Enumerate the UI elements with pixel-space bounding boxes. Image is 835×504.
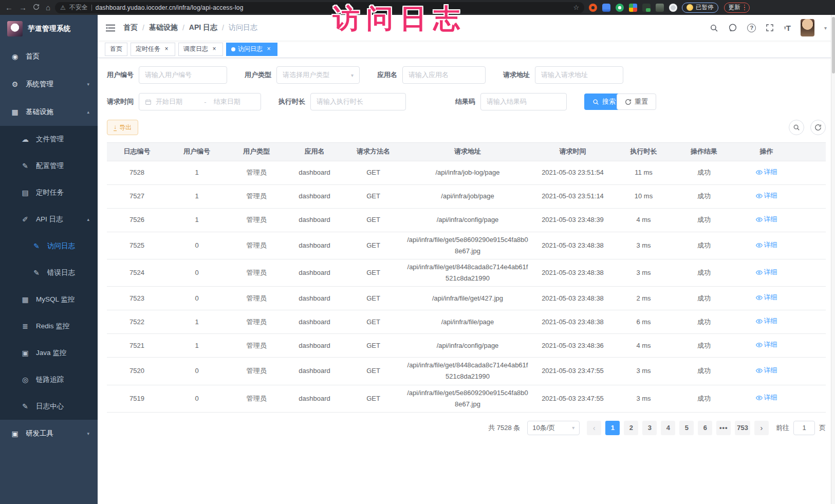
fullscreen-icon[interactable]	[766, 24, 774, 32]
chevron-down-icon[interactable]: ▾	[824, 25, 827, 31]
reset-button[interactable]: 重置	[617, 94, 656, 110]
sidebar-item[interactable]: ⚙系统管理▾	[0, 70, 98, 98]
range-separator: -	[204, 98, 206, 106]
extension-icon[interactable]	[642, 4, 651, 12]
sidebar-item[interactable]: ▣研发工具▾	[0, 420, 98, 447]
user-type-label: 用户类型	[245, 70, 271, 80]
tab[interactable]: 调度日志×	[178, 43, 223, 56]
sidebar-toggle-icon[interactable]	[106, 24, 115, 32]
sidebar-item[interactable]: ✎配置管理	[0, 153, 98, 179]
column-header: 应用名	[286, 144, 343, 159]
breadcrumb-item[interactable]: API 日志	[189, 23, 217, 32]
extension-icon[interactable]	[629, 4, 637, 12]
more-pages-button[interactable]: •••	[716, 421, 731, 435]
total-count: 共 7528 条	[488, 423, 520, 433]
page-button[interactable]: 3	[642, 421, 657, 435]
font-size-icon[interactable]: тT	[784, 24, 791, 32]
page-jump-input[interactable]: 1	[793, 421, 815, 435]
detail-link[interactable]: 详细	[756, 339, 777, 350]
browser-back-icon[interactable]: ←	[5, 3, 13, 12]
extension-icon[interactable]	[616, 4, 624, 12]
sidebar-item[interactable]: ▦MySQL 监控	[0, 286, 98, 313]
next-page-button[interactable]: ›	[754, 421, 769, 435]
sidebar-item[interactable]: ▤定时任务	[0, 179, 98, 206]
page-button[interactable]: 5	[679, 421, 694, 435]
scrollbar-thumb[interactable]	[832, 17, 835, 73]
url-text[interactable]: dashboard.yudao.iocoder.cn/infra/log/api…	[96, 4, 570, 11]
extension-icon[interactable]	[589, 4, 597, 12]
extension-icon[interactable]	[656, 4, 664, 12]
close-icon[interactable]: ×	[211, 46, 218, 53]
browser-home-icon[interactable]: ⌂	[46, 3, 50, 12]
extension-icon[interactable]	[669, 4, 677, 12]
duration-input[interactable]: 请输入执行时长	[310, 93, 406, 110]
refresh-button[interactable]	[810, 120, 826, 135]
tab[interactable]: 定时任务×	[131, 43, 175, 56]
page-button[interactable]: 753	[735, 421, 750, 435]
file-manage-icon: ☁	[21, 135, 30, 143]
breadcrumb-item[interactable]: 基础设施	[149, 23, 178, 32]
window-scrollbar[interactable]	[831, 15, 835, 504]
detail-link[interactable]: 详细	[756, 292, 777, 303]
cell-id: 7524	[107, 265, 167, 281]
tab[interactable]: 访问日志×	[226, 43, 277, 56]
sidebar-item[interactable]: ◎链路追踪	[0, 366, 98, 393]
tab[interactable]: 首页	[105, 43, 127, 56]
cell-time: 2021-05-03 23:48:39	[531, 212, 614, 228]
sidebar-item[interactable]: ▣Java 监控	[0, 340, 98, 366]
cell-url: /api/infra/file/get/427.jpg	[404, 291, 531, 306]
page-button[interactable]: 1	[605, 421, 620, 435]
sidebar-item[interactable]: ✐API 日志▴	[0, 206, 98, 233]
profile-paused-badge[interactable]: 已暂停	[682, 3, 718, 13]
result-code-input[interactable]: 请输入结果码	[480, 93, 567, 110]
app-logo[interactable]: 芋道管理系统	[0, 15, 98, 43]
browser-update-button[interactable]: 更新	[724, 3, 750, 13]
browser-reload-icon[interactable]	[33, 3, 40, 12]
page-button[interactable]: 4	[661, 421, 675, 435]
user-id-input[interactable]: 请输入用户编号	[139, 66, 227, 84]
close-icon[interactable]: ×	[163, 46, 170, 53]
close-icon[interactable]: ×	[265, 46, 272, 53]
cell-id: 7526	[107, 212, 167, 228]
sidebar-item[interactable]: ≣Redis 监控	[0, 313, 98, 340]
page-size-select[interactable]: 10条/页 ▾	[527, 421, 580, 435]
breadcrumb-item[interactable]: 首页	[123, 23, 138, 32]
column-header: 用户类型	[227, 144, 286, 159]
user-type-select[interactable]: 请选择用户类型▾	[276, 66, 360, 84]
cell-actions: 详细	[735, 212, 798, 229]
help-icon[interactable]: ?	[747, 24, 756, 32]
search-icon[interactable]	[710, 24, 718, 32]
table-row: 75200管理员dashboardGET/api/infra/file/get/…	[107, 358, 826, 385]
detail-link[interactable]: 详细	[756, 190, 777, 201]
sidebar-item[interactable]: ☁文件管理	[0, 126, 98, 153]
detail-link[interactable]: 详细	[756, 365, 777, 376]
sidebar-item[interactable]: ✎访问日志	[0, 233, 98, 259]
sidebar-item[interactable]: ✎日志中心	[0, 393, 98, 420]
browser-menu-icon[interactable]	[744, 5, 746, 11]
detail-link[interactable]: 详细	[756, 214, 777, 225]
toggle-search-button[interactable]	[789, 120, 804, 135]
bookmark-star-icon[interactable]: ☆	[573, 4, 579, 11]
app-name-input[interactable]: 请输入应用名	[402, 66, 486, 84]
sidebar-item[interactable]: ▦基础设施▴	[0, 98, 98, 126]
prev-page-button[interactable]: ‹	[587, 421, 601, 435]
user-avatar[interactable]	[801, 19, 814, 36]
detail-link[interactable]: 详细	[756, 392, 777, 403]
extension-icon[interactable]	[602, 4, 610, 12]
browser-forward-icon[interactable]: →	[19, 3, 27, 12]
detail-link[interactable]: 详细	[756, 267, 777, 278]
page-button[interactable]: 2	[624, 421, 638, 435]
cell-duration: 2 ms	[614, 291, 673, 306]
request-url-input[interactable]: 请输入请求地址	[535, 66, 623, 84]
export-button[interactable]: ↓ 导出	[107, 120, 138, 135]
cell-url: /api/infra/config/page	[404, 212, 531, 228]
detail-link[interactable]: 详细	[756, 315, 777, 327]
detail-link[interactable]: 详细	[756, 239, 777, 251]
sidebar-item[interactable]: ✎错误日志	[0, 259, 98, 286]
sidebar-item[interactable]: ◉首页	[0, 43, 98, 70]
github-icon[interactable]	[728, 23, 737, 32]
browser-url-bar[interactable]: ⚠ 不安全 dashboard.yudao.iocoder.cn/infra/l…	[55, 2, 584, 13]
detail-link[interactable]: 详细	[756, 166, 777, 178]
page-button[interactable]: 6	[698, 421, 712, 435]
request-time-range-picker[interactable]: 开始日期 - 结束日期	[139, 93, 261, 110]
